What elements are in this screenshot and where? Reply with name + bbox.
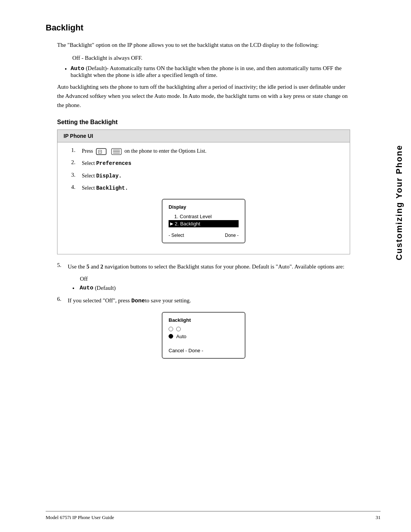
step-4-bold: Backlight. bbox=[96, 185, 128, 191]
auto-bullet: • bbox=[72, 285, 75, 292]
step-2-bold: Preferences bbox=[96, 160, 131, 166]
ip-phone-ui-table: IP Phone UI 1. Press bbox=[57, 129, 350, 254]
step-4: 4. Select Backlight. bbox=[71, 184, 344, 192]
radio-circle-auto bbox=[169, 334, 173, 339]
step-4-num: 4. bbox=[71, 184, 82, 190]
step-1-content: Press on the phone to enter the Options … bbox=[82, 147, 344, 155]
para2: Auto backlighting sets the phone to turn… bbox=[57, 82, 350, 110]
table-body: 1. Press on th bbox=[57, 142, 350, 254]
soft-key-done-backlight: Done - bbox=[188, 348, 203, 353]
step-4-content: Select Backlight. bbox=[82, 184, 344, 192]
backlight-screen-title: Backlight bbox=[169, 317, 239, 323]
option-off-block: Off - Backlight is always OFF. bbox=[72, 55, 350, 61]
auto-radio-label: Auto bbox=[176, 334, 186, 339]
step-2-num: 2. bbox=[71, 159, 82, 166]
step-5-content: Use the 5 and 2 navigation buttons to se… bbox=[68, 262, 350, 271]
step-6-done-label: Done bbox=[131, 298, 145, 304]
auto-option-label: Auto bbox=[80, 285, 93, 291]
auto-description: (Default)- Automatically turns ON the ba… bbox=[71, 65, 342, 78]
soft-key-cancel: Cancel - bbox=[169, 348, 187, 353]
radio-circle-1 bbox=[169, 327, 173, 331]
radio-row-auto: Auto bbox=[169, 334, 239, 339]
step-6: 6. If you selected "Off", press Doneto s… bbox=[57, 296, 350, 306]
options-key-svg bbox=[111, 148, 122, 155]
soft-key-select: - Select bbox=[169, 233, 184, 238]
footer-right: 31 bbox=[376, 514, 381, 521]
footer: Model 6757i IP Phone User Guide 31 bbox=[46, 511, 381, 521]
step-1-num: 1. bbox=[71, 147, 82, 153]
step-5-num: 5. bbox=[57, 262, 68, 268]
step-3: 3. Select Display. bbox=[71, 172, 344, 180]
backlight-soft-keys: Cancel - Done - bbox=[169, 348, 239, 353]
radio-circle-2 bbox=[176, 327, 181, 331]
step-5-bold1: 5 bbox=[86, 264, 89, 270]
options-off: Off bbox=[80, 276, 350, 282]
display-soft-keys: - Select Done - bbox=[169, 233, 239, 238]
step-3-content: Select Display. bbox=[82, 172, 344, 180]
display-screen-mockup: Display 1. Contrast Level ▶ 2. Backlight… bbox=[162, 199, 245, 243]
display-menu-item-2[interactable]: ▶ 2. Backlight bbox=[169, 220, 239, 227]
selected-arrow-icon: ▶ bbox=[170, 221, 173, 226]
backlight-screen-mockup: Backlight Auto Cancel - Done - bbox=[162, 312, 245, 359]
step-6-content: If you selected "Off", press Doneto save… bbox=[68, 296, 350, 306]
footer-left: Model 6757i IP Phone User Guide bbox=[46, 514, 114, 521]
step-1: 1. Press on th bbox=[71, 147, 344, 155]
subsection-title: Setting the Backlight bbox=[57, 119, 350, 126]
auto-option-note: (Default) bbox=[95, 285, 116, 291]
step-5: 5. Use the 5 and 2 navigation buttons to… bbox=[57, 262, 350, 271]
step-5-bold2: 2 bbox=[100, 264, 104, 270]
option-auto-block: • Auto (Default)- Automatically turns ON… bbox=[65, 65, 350, 78]
step-3-num: 3. bbox=[71, 172, 82, 178]
display-menu-item-1: 1. Contrast Level bbox=[169, 213, 239, 220]
auto-label: Auto bbox=[71, 66, 84, 72]
option-off-text: Off - Backlight is always OFF. bbox=[72, 55, 142, 61]
option-auto-content: Auto (Default)- Automatically turns ON t… bbox=[71, 65, 350, 78]
step-3-bold: Display. bbox=[96, 173, 122, 179]
step-6-num: 6. bbox=[57, 296, 68, 302]
intro-paragraph: The "Backlight" option on the IP phone a… bbox=[57, 40, 350, 50]
soft-key-done: Done - bbox=[225, 233, 239, 238]
step-2: 2. Select Preferences bbox=[71, 159, 344, 168]
step-2-content: Select Preferences bbox=[82, 159, 344, 168]
sidebar-label: Customizing Your Phone bbox=[394, 145, 404, 260]
options-auto: • Auto (Default) bbox=[72, 284, 350, 292]
table-header: IP Phone UI bbox=[57, 130, 350, 142]
page-title: Backlight bbox=[46, 23, 381, 33]
bullet-icon: • bbox=[65, 66, 67, 73]
radio-row-1 bbox=[169, 327, 239, 331]
display-screen-title: Display bbox=[169, 204, 239, 210]
options-button-icon bbox=[96, 148, 107, 155]
